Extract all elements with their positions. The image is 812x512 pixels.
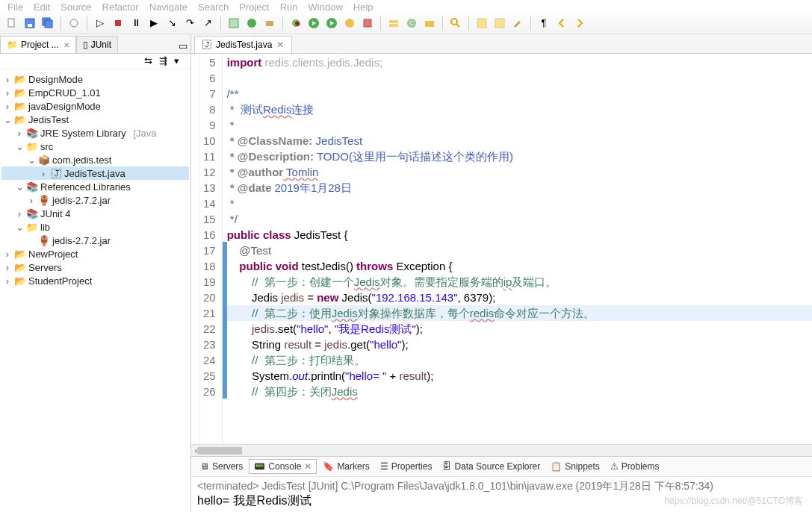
tree-item-servers[interactable]: ›📂Servers [1, 260, 189, 274]
java-file-icon: 🇯 [202, 40, 211, 50]
close-icon[interactable]: ✕ [304, 461, 312, 472]
tree-item-designmode[interactable]: ›📂DesignMode [1, 72, 189, 86]
annotation-prev-button[interactable] [474, 16, 489, 31]
menu-refactor[interactable]: Refactor [102, 1, 139, 10]
svg-point-14 [345, 19, 354, 28]
show-whitespace-button[interactable]: ¶ [536, 16, 551, 31]
tab-markers[interactable]: 🔖Markers [318, 460, 374, 473]
menu-edit[interactable]: Edit [34, 1, 50, 10]
tree-item-empcrud[interactable]: ›📂EmpCRUD_1.01 [1, 86, 189, 99]
bottom-panel: 🖥Servers 📟Console✕ 🔖Markers ☰Properties … [191, 456, 812, 512]
menu-help[interactable]: Help [353, 1, 374, 10]
new-button[interactable] [4, 16, 19, 31]
tab-junit[interactable]: ▯ JUnit [76, 36, 118, 53]
console-icon: 📟 [254, 461, 265, 472]
menu-bar: File Edit Source Refactor Navigate Searc… [0, 0, 812, 12]
tree-item-jedis-jar2[interactable]: 🏺jedis-2.7.2.jar [1, 234, 189, 247]
tree-item-studentproject[interactable]: ›📂StudentProject [1, 274, 189, 287]
tab-snippets[interactable]: 📋Snippets [546, 460, 604, 473]
suspend-button[interactable]: ⏸ [128, 16, 143, 31]
servers-icon: 🖥 [200, 461, 209, 472]
new-folder-button[interactable] [422, 16, 437, 31]
svg-rect-17 [389, 24, 398, 27]
new-server-button[interactable] [386, 16, 401, 31]
open-type-button[interactable] [226, 16, 241, 31]
tree-item-jre[interactable]: ›📚JRE System Library [Java [1, 126, 189, 140]
tab-properties[interactable]: ☰Properties [376, 460, 437, 473]
explorer-mini-toolbar: ⇆ ⇶ ▾ [0, 54, 190, 69]
debug-button[interactable]: 🐞 [288, 16, 303, 31]
tree-item-newproject[interactable]: ›📂NewProject [1, 247, 189, 260]
line-gutter: 567891011121314151617181920212223242526 [200, 54, 223, 444]
tab-servers[interactable]: 🖥Servers [196, 460, 247, 473]
editor-tab-jedistest[interactable]: 🇯 JedisTest.java ✕ [194, 36, 292, 53]
tab-project-explorer-label: Project ... [21, 40, 59, 50]
tree-item-jedis-jar[interactable]: ›🏺jedis-2.7.2.jar [1, 193, 189, 207]
step-over-button[interactable]: ↷ [182, 16, 197, 31]
tab-project-explorer[interactable]: 📁 Project ... ✕ [0, 36, 76, 53]
step-return-button[interactable]: ↗ [200, 16, 215, 31]
menu-project[interactable]: Project [239, 1, 269, 10]
svg-point-21 [451, 19, 457, 25]
marker-ruler [191, 54, 200, 444]
svg-rect-24 [495, 19, 504, 28]
svg-rect-9 [266, 21, 273, 26]
code-editor[interactable]: 567891011121314151617181920212223242526 … [191, 54, 812, 444]
tree-item-junit4[interactable]: ›📚JUnit 4 [1, 207, 189, 220]
main-toolbar: ▷ ⏸ ▶ ↘ ↷ ↗ 🐞 C ¶ [0, 12, 812, 34]
annotation-next-button[interactable] [492, 16, 507, 31]
tree-item-jedistest[interactable]: ⌄📂JedisTest [1, 113, 189, 126]
menu-source[interactable]: Source [61, 1, 91, 10]
change-bar [223, 242, 227, 399]
run-last-button[interactable] [324, 16, 339, 31]
tree-item-package[interactable]: ⌄📦com.jedis.test [1, 153, 189, 166]
save-all-button[interactable] [40, 16, 55, 31]
run-button[interactable] [306, 16, 321, 31]
tree-item-src[interactable]: ⌄📁src [1, 140, 189, 153]
new-class-button[interactable]: C [404, 16, 419, 31]
menu-file[interactable]: File [7, 1, 23, 10]
horizontal-scrollbar[interactable]: ‹ [191, 444, 812, 456]
tree-item-ref-libs[interactable]: ⌄📚Referenced Libraries [1, 180, 189, 193]
tree-item-javadesignmode[interactable]: ›📂javaDesignMode [1, 99, 189, 113]
snippets-icon: 📋 [551, 461, 562, 472]
tab-dse[interactable]: 🗄Data Source Explorer [438, 460, 545, 473]
editor-tab-label: JedisTest.java [216, 40, 272, 50]
skip-button[interactable]: ▷ [93, 16, 108, 31]
project-explorer-icon: 📁 [7, 40, 18, 50]
tab-console[interactable]: 📟Console✕ [249, 459, 317, 474]
close-tab-icon[interactable]: ✕ [276, 40, 284, 50]
minimize-view-button[interactable]: ▭ [176, 38, 190, 53]
tree-item-lib[interactable]: ⌄📁lib [1, 220, 189, 234]
external-tools-button[interactable] [360, 16, 375, 31]
back-button[interactable] [554, 16, 569, 31]
new-package-button[interactable] [262, 16, 277, 31]
tab-problems[interactable]: ⚠Problems [606, 460, 664, 473]
project-tree[interactable]: ›📂DesignMode ›📂EmpCRUD_1.01 ›📂javaDesign… [0, 69, 190, 512]
menu-run[interactable]: Run [280, 1, 298, 10]
junit-icon: ▯ [83, 40, 88, 50]
last-edit-button[interactable] [510, 16, 525, 31]
save-button[interactable] [22, 16, 37, 31]
new-java-button[interactable] [244, 16, 259, 31]
search-button[interactable] [448, 16, 463, 31]
watermark: https://blog.csdn.net/@51CTO博客 [665, 495, 803, 508]
coverage-button[interactable] [342, 16, 357, 31]
forward-button[interactable] [572, 16, 587, 31]
tree-item-jedistest-java[interactable]: ›🇯JedisTest.java [1, 166, 189, 180]
collapse-all-icon[interactable]: ⇆ [144, 55, 156, 67]
link-editor-icon[interactable]: ⇶ [159, 55, 171, 67]
svg-point-8 [247, 19, 256, 28]
step-into-button[interactable]: ↘ [164, 16, 179, 31]
close-icon[interactable]: ✕ [63, 41, 69, 49]
view-menu-icon[interactable]: ▾ [174, 55, 186, 67]
menu-navigate[interactable]: Navigate [149, 1, 187, 10]
svg-rect-20 [425, 21, 434, 27]
stop-button[interactable] [111, 16, 125, 31]
svg-text:🐞: 🐞 [294, 19, 301, 27]
menu-window[interactable]: Window [309, 1, 343, 10]
code-area[interactable]: import redis.clients.jedis.Jedis; /** * … [223, 54, 812, 444]
menu-search[interactable]: Search [198, 1, 229, 10]
toggle-breadcrumb-button[interactable] [66, 16, 81, 31]
resume-button[interactable]: ▶ [146, 16, 161, 31]
